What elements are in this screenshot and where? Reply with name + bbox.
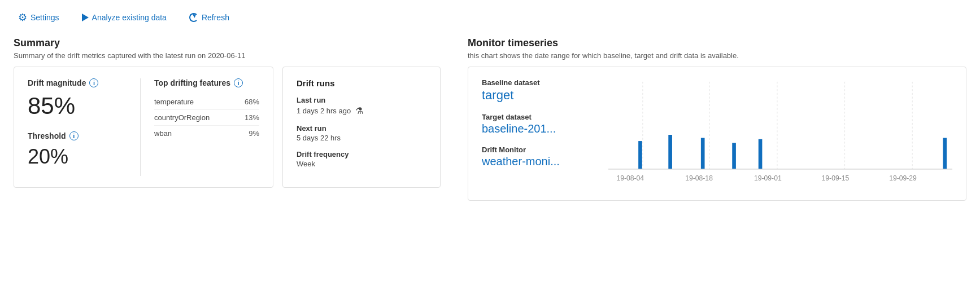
svg-rect-5	[638, 141, 642, 169]
top-drifting-block: Top drifting features i temperature 68% …	[141, 78, 259, 176]
feature-pct: 68%	[245, 98, 259, 106]
svg-rect-7	[701, 138, 705, 169]
feature-pct: 9%	[249, 129, 259, 138]
frequency-label: Drift frequency	[297, 150, 426, 158]
gear-icon: ⚙	[18, 11, 27, 24]
chart-area: 19-08-04 19-08-18 19-09-01 19-09-15 19-0…	[608, 78, 952, 191]
timeseries-title: Monitor timeseries	[468, 37, 966, 49]
last-run-label: Last run	[297, 96, 426, 104]
target-value[interactable]: baseline-201...	[482, 122, 595, 135]
feature-name: temperature	[154, 98, 194, 106]
list-item: wban 9%	[154, 126, 259, 141]
svg-rect-8	[732, 143, 736, 169]
refresh-icon	[189, 13, 198, 22]
threshold-value: 20%	[28, 145, 127, 169]
toolbar: ⚙ Settings Analyze existing data Refresh	[14, 9, 966, 26]
svg-text:19-09-01: 19-09-01	[754, 174, 782, 182]
svg-rect-9	[759, 139, 763, 169]
settings-button[interactable]: ⚙ Settings	[14, 9, 64, 26]
svg-text:19-09-15: 19-09-15	[822, 174, 850, 182]
feature-name: countryOrRegion	[154, 113, 210, 122]
next-run-value: 5 days 22 hrs	[297, 134, 426, 142]
drift-card: Drift magnitude i 85% Threshold i 20% To…	[14, 67, 273, 188]
analyze-label: Analyze existing data	[92, 13, 167, 22]
svg-rect-10	[943, 138, 947, 169]
settings-label: Settings	[31, 13, 59, 22]
summary-title: Summary	[14, 37, 454, 49]
monitor-value[interactable]: weather-moni...	[482, 155, 595, 168]
frequency-value: Week	[297, 160, 426, 168]
list-item: temperature 68%	[154, 94, 259, 110]
svg-text:19-08-04: 19-08-04	[616, 174, 644, 182]
threshold-info-icon[interactable]: i	[69, 131, 79, 140]
flask-icon: ⚗	[355, 105, 363, 116]
analyze-button[interactable]: Analyze existing data	[77, 11, 171, 24]
ts-labels: Baseline dataset target Target dataset b…	[482, 78, 595, 178]
drift-runs-title: Drift runs	[297, 78, 426, 88]
refresh-label: Refresh	[202, 13, 229, 22]
summary-subtitle: Summary of the drift metrics captured wi…	[14, 51, 454, 60]
threshold-label: Threshold i	[28, 131, 127, 140]
svg-text:19-09-29: 19-09-29	[889, 174, 917, 182]
svg-text:19-08-18: 19-08-18	[685, 174, 713, 182]
drift-runs-card: Drift runs Last run 1 days 2 hrs ago ⚗ N…	[282, 67, 441, 188]
drift-magnitude-info-icon[interactable]: i	[89, 78, 98, 87]
target-label: Target dataset	[482, 113, 595, 121]
timeseries-section: Monitor timeseries this chart shows the …	[468, 37, 966, 203]
feature-name: wban	[154, 129, 172, 138]
timeseries-subtitle: this chart shows the date range for whic…	[468, 51, 966, 60]
features-list: temperature 68% countryOrRegion 13% wban…	[154, 94, 259, 141]
baseline-label: Baseline dataset	[482, 78, 595, 87]
timeseries-card: Baseline dataset target Target dataset b…	[468, 67, 966, 201]
drift-value: 85%	[28, 94, 127, 118]
timeseries-chart: 19-08-04 19-08-18 19-09-01 19-09-15 19-0…	[608, 78, 952, 191]
ts-row: Baseline dataset target Target dataset b…	[482, 78, 952, 191]
monitor-label: Drift Monitor	[482, 146, 595, 154]
feature-pct: 13%	[245, 113, 259, 122]
list-item: countryOrRegion 13%	[154, 110, 259, 126]
summary-section: Summary Summary of the drift metrics cap…	[14, 37, 454, 203]
top-drifting-info-icon[interactable]: i	[234, 78, 243, 87]
refresh-button[interactable]: Refresh	[185, 11, 234, 24]
baseline-value[interactable]: target	[482, 88, 595, 103]
summary-cards: Drift magnitude i 85% Threshold i 20% To…	[14, 67, 454, 188]
play-icon	[82, 14, 89, 21]
drift-magnitude-block: Drift magnitude i 85% Threshold i 20%	[28, 78, 141, 176]
last-run-value: 1 days 2 hrs ago ⚗	[297, 105, 426, 116]
svg-rect-6	[668, 135, 672, 169]
top-drifting-label: Top drifting features i	[154, 78, 259, 87]
next-run-label: Next run	[297, 124, 426, 133]
drift-magnitude-label: Drift magnitude i	[28, 78, 127, 87]
main-content: Summary Summary of the drift metrics cap…	[14, 37, 966, 203]
